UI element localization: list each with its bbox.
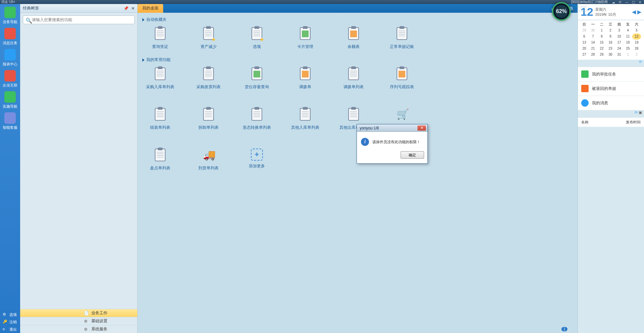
perf-gauge[interactable]: 62% ↑ 0.4K/s ↓ 0.1K/s: [552, 2, 571, 21]
tile-余额表[interactable]: 余额表: [338, 27, 369, 50]
section-auto-fav[interactable]: 自动收藏夹: [142, 17, 573, 22]
cal-day[interactable]: 2: [606, 27, 615, 34]
dialog-ok-button[interactable]: 确定: [401, 151, 424, 159]
tile-查询凭证[interactable]: 查询凭证: [145, 27, 175, 50]
tile-货位存量查询[interactable]: 货位存量查询: [242, 67, 272, 90]
pin-icon[interactable]: 📌: [124, 6, 129, 11]
sidebar-title: 经典树形: [23, 5, 39, 11]
tile-组装单列表[interactable]: 组装单列表: [145, 108, 175, 130]
cal-day[interactable]: 22: [597, 46, 606, 52]
cal-day[interactable]: 29: [580, 27, 589, 34]
task-icon: [581, 99, 589, 107]
tile-icon: [154, 108, 166, 122]
cal-day[interactable]: 9: [606, 34, 615, 40]
cal-day[interactable]: 13: [580, 40, 589, 46]
cal-day[interactable]: 4: [624, 27, 632, 34]
cal-day[interactable]: 19: [632, 40, 641, 46]
rail-bottom-退出[interactable]: ⎋ 退出: [0, 326, 20, 333]
task-我的审批任务[interactable]: 我的审批任务: [578, 67, 644, 81]
tile-label: 调拨单列表: [338, 84, 369, 90]
tile-label: 资产减少: [193, 44, 224, 50]
rail-icon: [4, 112, 16, 124]
cal-day[interactable]: 24: [615, 46, 624, 52]
cal-day[interactable]: 6: [580, 34, 589, 40]
tile-采购入库单列表[interactable]: 采购入库单列表: [145, 67, 175, 90]
search-input[interactable]: [23, 15, 135, 24]
tile-调拨单列表[interactable]: 调拨单列表: [338, 67, 369, 90]
cal-day[interactable]: 11: [624, 34, 632, 40]
task-我的消息[interactable]: 我的消息: [578, 96, 644, 110]
cal-day[interactable]: 14: [589, 40, 597, 46]
tile-label: 查询凭证: [145, 44, 175, 50]
cal-prev-icon[interactable]: ◀: [632, 9, 636, 15]
refresh-icon[interactable]: ⟳: [635, 110, 638, 114]
tile-icon: [154, 149, 166, 163]
tile-icon: [202, 108, 215, 122]
sidebar-footer-业务工作[interactable]: 📄 业务工作: [20, 309, 137, 317]
tile-icon: [396, 27, 408, 41]
expand-icon[interactable]: ▣: [639, 110, 642, 114]
tile-盘点单列表[interactable]: 盘点单列表: [145, 149, 175, 171]
sidebar-footer-基础设置[interactable]: ⚙ 基础设置: [20, 317, 137, 325]
add-more-tile[interactable]: +添加更多: [242, 149, 272, 171]
cal-day[interactable]: 25: [624, 46, 632, 52]
cal-day[interactable]: 30: [589, 27, 597, 34]
tile-其他入库单列表[interactable]: 其他入库单列表: [290, 108, 320, 130]
refresh-icon[interactable]: ⟳: [639, 60, 642, 64]
cal-day[interactable]: 15: [597, 40, 606, 46]
tile-形态转换单列表[interactable]: 形态转换单列表: [242, 108, 272, 130]
rail-bottom-icon: 🔑: [3, 320, 7, 324]
cal-day[interactable]: 30: [606, 52, 615, 58]
tile-拆卸单列表[interactable]: 拆卸单列表: [193, 108, 224, 130]
cal-day[interactable]: 26: [632, 46, 641, 52]
section-my-func[interactable]: 我的常用功能: [142, 57, 573, 63]
cal-day[interactable]: 28: [589, 52, 597, 58]
tile-icon: [154, 67, 166, 81]
cal-day[interactable]: 16: [606, 40, 615, 46]
cal-day[interactable]: 1: [624, 52, 632, 58]
rail-报表中心[interactable]: 报表中心: [2, 49, 18, 67]
cal-day[interactable]: 29: [597, 52, 606, 58]
rail-消息任务[interactable]: 消息任务: [2, 28, 18, 46]
tile-卡片管理[interactable]: 卡片管理: [290, 27, 320, 50]
rail-智能客服[interactable]: 智能客服: [2, 112, 18, 130]
cal-day[interactable]: 23: [606, 46, 615, 52]
rail-实施导航[interactable]: 实施导航: [2, 91, 18, 109]
cal-day[interactable]: 12: [632, 34, 641, 40]
cal-day[interactable]: 31: [615, 52, 624, 58]
cal-day[interactable]: 8: [597, 34, 606, 40]
tile-序列号跟踪表[interactable]: 序列号跟踪表: [387, 67, 417, 90]
tab-my-desktop[interactable]: 我的桌面: [138, 4, 163, 13]
task-被退回的单据[interactable]: 被退回的单据: [578, 81, 644, 96]
tile-到货单列表[interactable]: 🚚到货单列表: [193, 149, 224, 171]
rail-企业互联[interactable]: 企业互联: [2, 70, 18, 88]
tile-采购发票列表[interactable]: 采购发票列表: [193, 67, 224, 90]
cal-day[interactable]: 1: [597, 27, 606, 34]
cal-day[interactable]: 3: [615, 27, 624, 34]
tile-选项[interactable]: ★选项: [242, 27, 272, 50]
close-sidebar-icon[interactable]: ✕: [131, 6, 135, 11]
cal-day[interactable]: 2: [632, 52, 641, 58]
rail-bottom-选项[interactable]: ⚙ 选项: [0, 311, 20, 318]
cal-day[interactable]: 21: [589, 46, 597, 52]
tile-资产减少[interactable]: ★资产减少: [193, 27, 224, 50]
cal-day[interactable]: 20: [580, 46, 589, 52]
cal-next-icon[interactable]: ▶: [637, 9, 641, 15]
cal-day[interactable]: 10: [615, 34, 624, 40]
caret-icon: [142, 18, 144, 21]
rail-业务导航[interactable]: 业务导航: [2, 7, 18, 24]
cal-day[interactable]: 5: [632, 27, 641, 34]
cal-day[interactable]: 27: [580, 52, 589, 58]
tile-调拨单[interactable]: 调拨单: [290, 67, 320, 90]
cal-day[interactable]: 17: [615, 40, 624, 46]
tile-icon: ★: [202, 27, 215, 41]
cal-day[interactable]: 18: [624, 40, 632, 46]
cal-day[interactable]: 7: [589, 34, 597, 40]
task-label: 我的审批任务: [592, 71, 616, 77]
tile-label: 采购发票列表: [193, 84, 224, 90]
sidebar-footer-系统服务[interactable]: ⚙ 系统服务: [20, 325, 137, 333]
tile-正常单据记账[interactable]: 正常单据记账: [387, 27, 417, 50]
net-up: 0.4K/s: [578, 5, 587, 8]
dialog-close-button[interactable]: ✕: [417, 125, 426, 131]
rail-bottom-注销[interactable]: 🔑 注销: [0, 318, 20, 326]
